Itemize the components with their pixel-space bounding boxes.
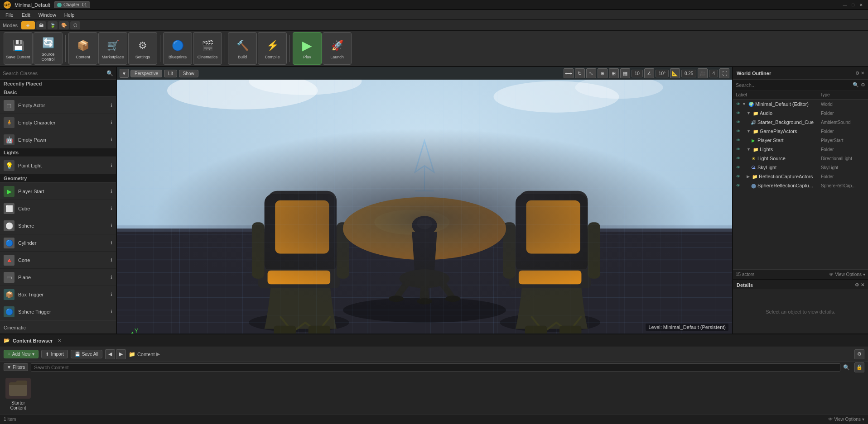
gpa-expand[interactable]: ▼ [747, 129, 751, 133]
gpa-visibility[interactable]: 👁 [735, 128, 741, 134]
player-start-item[interactable]: ▶ Player Start ℹ [0, 183, 116, 200]
camera-speed[interactable]: 🎥 [698, 68, 708, 78]
angle-value[interactable]: 10° [656, 70, 669, 77]
menu-edit[interactable]: Edit [18, 11, 34, 19]
grid-size[interactable]: 10 [632, 70, 643, 77]
sphere-item[interactable]: ⚪ Sphere ℹ [0, 217, 116, 234]
wo-settings[interactable]: ⚙ [855, 71, 859, 76]
cone-item[interactable]: 🔺 Cone ℹ [0, 252, 116, 269]
empty-actor-item[interactable]: ◻ Empty Actor ℹ [0, 97, 116, 114]
visibility-icon[interactable]: 👁 [735, 101, 741, 107]
cinematics-button[interactable]: 🎬 Cinematics [193, 32, 222, 65]
cylinder-item[interactable]: 🔵 Cylinder ℹ [0, 234, 116, 252]
transform-mode[interactable]: ⊕ [598, 68, 608, 78]
menu-file[interactable]: File [2, 11, 17, 19]
scale-tool[interactable]: ⤡ [586, 68, 596, 78]
grid-snapping[interactable]: ▦ [620, 68, 630, 78]
wo-search-input[interactable] [736, 82, 851, 88]
view-options-button[interactable]: 👁 View Options ▾ [829, 272, 865, 277]
sphere-trigger-item[interactable]: 🔵 Sphere Trigger ℹ [0, 303, 116, 320]
camera-speed-value[interactable]: 4 [709, 70, 718, 77]
details-settings[interactable]: ⚙ [855, 282, 859, 287]
outliner-world[interactable]: 👁 ▼ 🌍 Minimal_Default (Editor) World [733, 100, 868, 109]
build-button[interactable]: 🔨 Build [228, 32, 257, 65]
minimize-button[interactable]: — [842, 2, 848, 8]
scale-snapping[interactable]: 📐 [670, 68, 680, 78]
add-new-button[interactable]: + Add New ▾ [4, 350, 39, 358]
sky-visibility[interactable]: 👁 [735, 164, 741, 171]
mode-foliage[interactable]: 🍃 [48, 21, 58, 29]
scale-value[interactable]: 0.25 [681, 70, 696, 77]
wo-close[interactable]: ✕ [861, 71, 864, 76]
breadcrumb-content[interactable]: Content [137, 352, 155, 357]
rotation-snapping[interactable]: ∠ [644, 68, 654, 78]
source-control-button[interactable]: 🔄 Source Control [34, 32, 63, 65]
player-start-outliner[interactable]: 👁 ▶ Player Start PlayerStart [733, 136, 868, 145]
vp-menu-button[interactable]: ▼ [120, 69, 129, 78]
cb-back[interactable]: ◀ [105, 349, 115, 359]
sphere-refl-outliner[interactable]: 👁 ⬤ SphereReflectionCaptu... SphereReflC… [733, 181, 868, 190]
box-trigger-item[interactable]: 📦 Box Trigger ℹ [0, 286, 116, 303]
cb-options[interactable]: ⚙ [854, 349, 864, 359]
lights-visibility[interactable]: 👁 [735, 146, 741, 152]
maximize-button[interactable]: □ [850, 2, 856, 8]
wo-options-icon[interactable]: ⚙ [861, 82, 865, 88]
filters-button[interactable]: ▼ Filters [4, 363, 28, 371]
ps-visibility[interactable]: 👁 [735, 137, 741, 143]
menu-window[interactable]: Window [35, 11, 60, 19]
import-button[interactable]: ⬆ Import [41, 350, 68, 358]
search-content-input[interactable] [31, 363, 840, 372]
lights-folder[interactable]: 👁 ▼ 📁 Lights Folder [733, 145, 868, 154]
marketplace-button[interactable]: 🛒 Marketplace [98, 32, 127, 65]
settings-button[interactable]: ⚙ Settings [128, 32, 157, 65]
mode-select[interactable]: ◈ [21, 21, 35, 29]
bg-cue-visibility[interactable]: 👁 [735, 119, 741, 125]
light-source-outliner[interactable]: 👁 ☀ Light Source DirectionalLight [733, 154, 868, 163]
cb-close[interactable]: ✕ [58, 338, 61, 343]
mode-mesh-paint[interactable]: 🎨 [59, 21, 69, 29]
details-close[interactable]: ✕ [861, 282, 864, 287]
ref-expand[interactable]: ▶ [747, 174, 750, 179]
rotate-tool[interactable]: ↻ [575, 68, 585, 78]
save-current-button[interactable]: 💾 Save Current [4, 32, 33, 65]
starter-bg-cue[interactable]: 👁 🔊 Starter_Background_Cue AmbientSound [733, 118, 868, 127]
ls-visibility[interactable]: 👁 [735, 155, 741, 162]
search-classes-input[interactable] [3, 71, 105, 76]
save-all-button[interactable]: 💾 Save All [71, 350, 102, 358]
content-browser-tab[interactable]: Content Browser [13, 338, 53, 343]
play-button[interactable]: ▶ Play [293, 32, 322, 65]
maximize-viewport[interactable]: ⛶ [719, 68, 729, 78]
translate-tool[interactable]: ⟷ [564, 68, 574, 78]
cb-lock[interactable]: 🔒 [854, 362, 864, 372]
show-button[interactable]: Show [179, 70, 198, 77]
mode-landscape[interactable]: 🏔 [36, 21, 46, 29]
empty-character-item[interactable]: 🧍 Empty Character ℹ [0, 114, 116, 131]
audio-folder[interactable]: 👁 ▼ 📁 Audio Folder [733, 109, 868, 118]
skylight-outliner[interactable]: 👁 🌤 SkyLight SkyLight [733, 163, 868, 172]
blueprints-button[interactable]: 🔵 Blueprints [163, 32, 192, 65]
point-light-item[interactable]: 💡 Point Light ℹ [0, 157, 116, 174]
starter-content-folder[interactable]: Starter Content [5, 378, 32, 410]
launch-button[interactable]: 🚀 Launch [323, 32, 352, 65]
ref-visibility[interactable]: 👁 [735, 173, 741, 180]
perspective-button[interactable]: Perspective [130, 70, 162, 77]
expand-icon[interactable]: ▼ [742, 102, 746, 106]
lit-button[interactable]: Lit [164, 70, 177, 77]
lights-expand[interactable]: ▼ [747, 147, 751, 152]
audio-visibility[interactable]: 👁 [735, 110, 741, 116]
cb-forward[interactable]: ▶ [116, 349, 126, 359]
plane-item[interactable]: ▭ Plane ℹ [0, 269, 116, 286]
empty-pawn-item[interactable]: 🤖 Empty Pawn ℹ [0, 131, 116, 148]
content-button[interactable]: 📦 Content [68, 32, 97, 65]
sr-visibility[interactable]: 👁 [735, 182, 741, 189]
menu-help[interactable]: Help [61, 11, 78, 19]
audio-expand[interactable]: ▼ [747, 111, 751, 115]
viewport[interactable]: ▼ Perspective Lit Show ⟷ ↻ ⤡ ⊕ ⊞ ▦ 10 ∠ … [117, 67, 732, 333]
reflection-folder[interactable]: 👁 ▶ 📁 ReflectionCaptureActors Folder [733, 172, 868, 181]
cube-item[interactable]: ⬜ Cube ℹ [0, 200, 116, 217]
close-button[interactable]: ✕ [858, 2, 864, 8]
cb-view-options[interactable]: 👁 View Options ▾ [828, 417, 864, 422]
compile-button[interactable]: ⚡ Compile [258, 32, 287, 65]
gameplay-actors-folder[interactable]: 👁 ▼ 📁 GamePlayActors Folder [733, 127, 868, 136]
surface-snapping[interactable]: ⊞ [609, 68, 619, 78]
